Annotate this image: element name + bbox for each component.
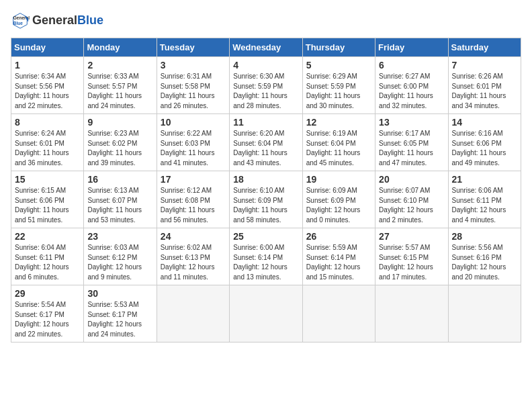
day-info: Sunrise: 6:26 AMSunset: 6:01 PMDaylight:… — [452, 72, 517, 111]
calendar-cell — [448, 285, 521, 342]
day-info: Sunrise: 6:17 AMSunset: 6:05 PMDaylight:… — [379, 129, 444, 168]
day-number: 9 — [87, 117, 152, 128]
day-number: 1 — [15, 60, 80, 71]
day-number: 15 — [15, 174, 80, 185]
day-number: 30 — [87, 288, 152, 299]
calendar-cell: 30Sunrise: 5:53 AMSunset: 6:17 PMDayligh… — [84, 285, 157, 342]
calendar-cell: 2Sunrise: 6:33 AMSunset: 5:57 PMDaylight… — [84, 57, 157, 114]
day-info: Sunrise: 6:31 AMSunset: 5:58 PMDaylight:… — [161, 72, 226, 111]
calendar-cell: 15Sunrise: 6:15 AMSunset: 6:06 PMDayligh… — [11, 171, 84, 228]
calendar-cell: 19Sunrise: 6:09 AMSunset: 6:09 PMDayligh… — [302, 171, 375, 228]
day-info: Sunrise: 6:07 AMSunset: 6:10 PMDaylight:… — [379, 186, 444, 225]
day-number: 12 — [306, 117, 371, 128]
day-info: Sunrise: 6:34 AMSunset: 5:56 PMDaylight:… — [15, 72, 80, 111]
logo-blue: Blue — [77, 13, 103, 27]
calendar-cell: 9Sunrise: 6:23 AMSunset: 6:02 PMDaylight… — [84, 114, 157, 171]
calendar-cell: 26Sunrise: 5:59 AMSunset: 6:14 PMDayligh… — [302, 228, 375, 285]
day-info: Sunrise: 6:13 AMSunset: 6:07 PMDaylight:… — [87, 186, 152, 225]
logo: General Blue GeneralBlue — [11, 11, 103, 30]
day-number: 11 — [233, 117, 298, 128]
day-info: Sunrise: 6:24 AMSunset: 6:01 PMDaylight:… — [15, 129, 80, 168]
column-header-friday: Friday — [375, 38, 448, 57]
day-number: 2 — [87, 60, 152, 71]
calendar-cell: 17Sunrise: 6:12 AMSunset: 6:08 PMDayligh… — [157, 171, 229, 228]
calendar-cell: 1Sunrise: 6:34 AMSunset: 5:56 PMDaylight… — [11, 57, 84, 114]
day-number: 26 — [306, 231, 371, 242]
week-row-1: 1Sunrise: 6:34 AMSunset: 5:56 PMDaylight… — [11, 57, 521, 114]
calendar-cell: 29Sunrise: 5:54 AMSunset: 6:17 PMDayligh… — [11, 285, 84, 342]
header: General Blue GeneralBlue — [11, 11, 521, 30]
day-info: Sunrise: 6:12 AMSunset: 6:08 PMDaylight:… — [161, 186, 226, 225]
day-info: Sunrise: 5:59 AMSunset: 6:14 PMDaylight:… — [306, 243, 371, 282]
day-number: 10 — [161, 117, 226, 128]
column-header-monday: Monday — [84, 38, 157, 57]
calendar-cell: 20Sunrise: 6:07 AMSunset: 6:10 PMDayligh… — [375, 171, 448, 228]
calendar-cell: 27Sunrise: 5:57 AMSunset: 6:15 PMDayligh… — [375, 228, 448, 285]
week-row-5: 29Sunrise: 5:54 AMSunset: 6:17 PMDayligh… — [11, 285, 521, 342]
calendar-cell: 7Sunrise: 6:26 AMSunset: 6:01 PMDaylight… — [448, 57, 521, 114]
day-number: 3 — [161, 60, 226, 71]
column-header-saturday: Saturday — [448, 38, 521, 57]
calendar-cell: 11Sunrise: 6:20 AMSunset: 6:04 PMDayligh… — [230, 114, 302, 171]
day-number: 14 — [452, 117, 517, 128]
day-info: Sunrise: 5:54 AMSunset: 6:17 PMDaylight:… — [15, 300, 80, 339]
day-number: 25 — [233, 231, 298, 242]
day-info: Sunrise: 6:30 AMSunset: 5:59 PMDaylight:… — [233, 72, 298, 111]
calendar-cell: 8Sunrise: 6:24 AMSunset: 6:01 PMDaylight… — [11, 114, 84, 171]
day-info: Sunrise: 6:22 AMSunset: 6:03 PMDaylight:… — [161, 129, 226, 168]
day-info: Sunrise: 6:03 AMSunset: 6:12 PMDaylight:… — [87, 243, 152, 282]
day-number: 27 — [379, 231, 444, 242]
day-info: Sunrise: 6:29 AMSunset: 5:59 PMDaylight:… — [306, 72, 371, 111]
calendar-cell: 21Sunrise: 6:06 AMSunset: 6:11 PMDayligh… — [448, 171, 521, 228]
header-row: SundayMondayTuesdayWednesdayThursdayFrid… — [11, 38, 521, 57]
calendar-cell: 22Sunrise: 6:04 AMSunset: 6:11 PMDayligh… — [11, 228, 84, 285]
calendar-cell: 16Sunrise: 6:13 AMSunset: 6:07 PMDayligh… — [84, 171, 157, 228]
day-number: 16 — [87, 174, 152, 185]
calendar-cell — [157, 285, 229, 342]
day-info: Sunrise: 6:00 AMSunset: 6:14 PMDaylight:… — [233, 243, 298, 282]
svg-text:Blue: Blue — [13, 21, 23, 26]
day-number: 20 — [379, 174, 444, 185]
calendar-cell: 13Sunrise: 6:17 AMSunset: 6:05 PMDayligh… — [375, 114, 448, 171]
day-number: 13 — [379, 117, 444, 128]
day-number: 6 — [379, 60, 444, 71]
day-info: Sunrise: 6:09 AMSunset: 6:09 PMDaylight:… — [306, 186, 371, 225]
day-number: 24 — [161, 231, 226, 242]
day-number: 29 — [15, 288, 80, 299]
day-number: 28 — [452, 231, 517, 242]
week-row-4: 22Sunrise: 6:04 AMSunset: 6:11 PMDayligh… — [11, 228, 521, 285]
calendar-cell: 24Sunrise: 6:02 AMSunset: 6:13 PMDayligh… — [157, 228, 229, 285]
day-info: Sunrise: 6:02 AMSunset: 6:13 PMDaylight:… — [161, 243, 226, 282]
column-header-tuesday: Tuesday — [157, 38, 229, 57]
day-info: Sunrise: 6:23 AMSunset: 6:02 PMDaylight:… — [87, 129, 152, 168]
day-info: Sunrise: 6:04 AMSunset: 6:11 PMDaylight:… — [15, 243, 80, 282]
column-header-wednesday: Wednesday — [230, 38, 302, 57]
calendar-cell — [302, 285, 375, 342]
day-number: 23 — [87, 231, 152, 242]
day-info: Sunrise: 5:53 AMSunset: 6:17 PMDaylight:… — [87, 300, 152, 339]
day-info: Sunrise: 5:57 AMSunset: 6:15 PMDaylight:… — [379, 243, 444, 282]
calendar-table: SundayMondayTuesdayWednesdayThursdayFrid… — [11, 38, 521, 342]
calendar-cell: 14Sunrise: 6:16 AMSunset: 6:06 PMDayligh… — [448, 114, 521, 171]
day-info: Sunrise: 6:19 AMSunset: 6:04 PMDaylight:… — [306, 129, 371, 168]
logo-icon: General Blue — [11, 11, 30, 30]
day-number: 7 — [452, 60, 517, 71]
calendar-cell — [375, 285, 448, 342]
calendar-cell: 28Sunrise: 5:56 AMSunset: 6:16 PMDayligh… — [448, 228, 521, 285]
week-row-2: 8Sunrise: 6:24 AMSunset: 6:01 PMDaylight… — [11, 114, 521, 171]
calendar-cell: 6Sunrise: 6:27 AMSunset: 6:00 PMDaylight… — [375, 57, 448, 114]
day-number: 4 — [233, 60, 298, 71]
logo-general: General — [32, 13, 77, 27]
day-number: 21 — [452, 174, 517, 185]
day-number: 5 — [306, 60, 371, 71]
calendar-cell: 23Sunrise: 6:03 AMSunset: 6:12 PMDayligh… — [84, 228, 157, 285]
day-info: Sunrise: 6:16 AMSunset: 6:06 PMDaylight:… — [452, 129, 517, 168]
day-info: Sunrise: 6:33 AMSunset: 5:57 PMDaylight:… — [87, 72, 152, 111]
logo-wordmark: GeneralBlue — [32, 13, 103, 28]
calendar-cell: 4Sunrise: 6:30 AMSunset: 5:59 PMDaylight… — [230, 57, 302, 114]
day-info: Sunrise: 6:06 AMSunset: 6:11 PMDaylight:… — [452, 186, 517, 225]
calendar-cell — [230, 285, 302, 342]
calendar-cell: 3Sunrise: 6:31 AMSunset: 5:58 PMDaylight… — [157, 57, 229, 114]
day-info: Sunrise: 5:56 AMSunset: 6:16 PMDaylight:… — [452, 243, 517, 282]
day-info: Sunrise: 6:27 AMSunset: 6:00 PMDaylight:… — [379, 72, 444, 111]
